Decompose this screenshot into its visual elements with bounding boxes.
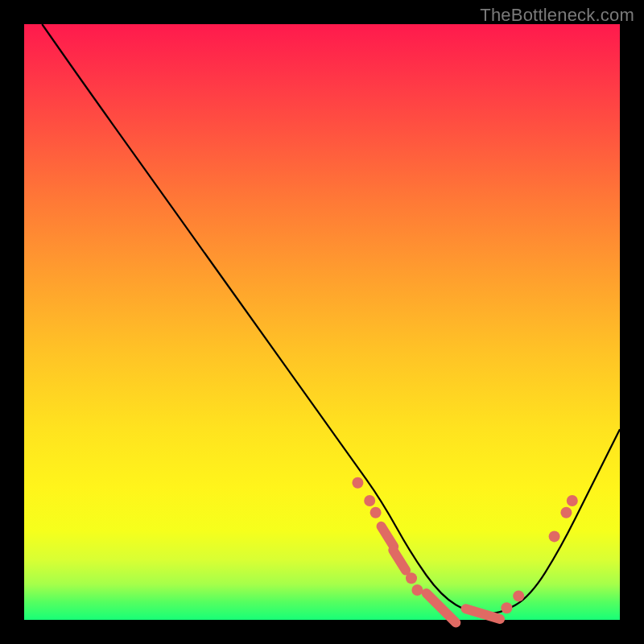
bottleneck-curve [42,24,620,614]
chart-svg [24,24,620,620]
chart-frame: TheBottleneck.com [0,0,644,644]
marker-dash [382,526,394,547]
watermark-text: TheBottleneck.com [480,5,634,26]
marker-dot [364,495,375,506]
marker-dot [406,572,417,584]
marker-layer [352,477,577,623]
plot-area [24,24,620,620]
marker-dot [501,602,512,613]
marker-dash [466,609,501,619]
marker-dot [411,584,423,596]
marker-dash [393,550,406,570]
marker-dot [560,507,572,518]
marker-dash [427,593,456,623]
marker-dot [370,507,382,518]
marker-dot [352,477,363,489]
marker-dot [549,530,560,542]
marker-dot [567,495,578,506]
marker-dot [513,590,524,601]
